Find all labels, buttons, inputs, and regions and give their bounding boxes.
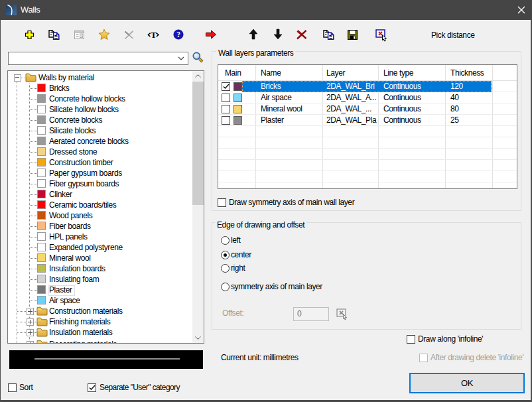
svg-text:?: ? bbox=[176, 31, 180, 38]
svg-text:T: T bbox=[151, 30, 157, 40]
